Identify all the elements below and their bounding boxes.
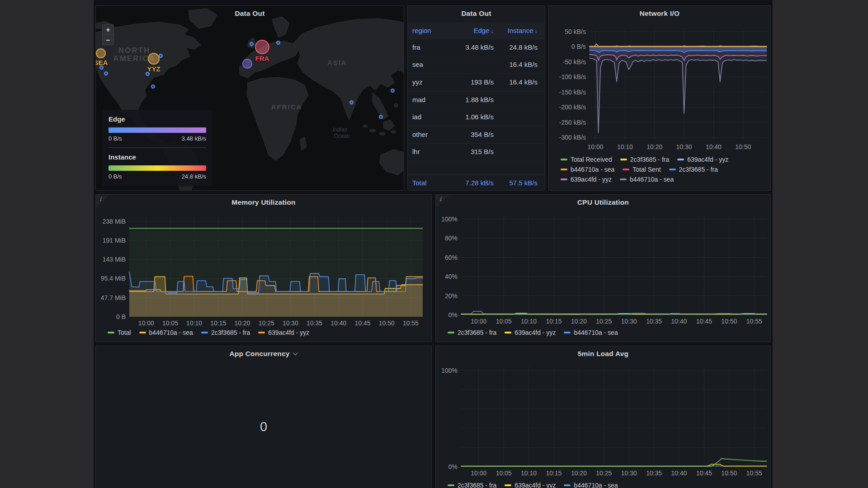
edge-marker[interactable] bbox=[250, 42, 254, 46]
legend-item[interactable]: b446710a - sea bbox=[139, 329, 193, 336]
map-zoom-out-button[interactable]: − bbox=[103, 34, 113, 45]
panel-title-data-out-map[interactable]: Data Out bbox=[96, 6, 404, 21]
legend-item[interactable]: 639ac4fd - yyz bbox=[258, 329, 309, 336]
y-axis-tick: 191 MiB bbox=[103, 237, 126, 244]
marker-label-FRA: FRA bbox=[255, 55, 269, 62]
edge-marker[interactable] bbox=[104, 71, 108, 75]
legend-swatch bbox=[139, 332, 146, 333]
y-axis-tick: 80% bbox=[445, 235, 458, 242]
legend-swatch bbox=[564, 332, 571, 333]
legend-swatch bbox=[505, 332, 511, 333]
x-axis-tick: 10:20 bbox=[235, 319, 250, 327]
edge-marker[interactable] bbox=[151, 84, 155, 89]
x-axis-tick: 10:20 bbox=[571, 318, 587, 325]
table-header-row: regionEdge↓Instance↓ bbox=[408, 22, 545, 39]
panel-title-app-concurrency[interactable]: App Concurrency bbox=[96, 346, 431, 361]
legend-label: 639ac4fd - yyz bbox=[687, 156, 728, 163]
x-axis-tick: 10:05 bbox=[496, 469, 512, 477]
legend-item[interactable]: 2c3f3685 - fra bbox=[448, 482, 496, 488]
x-axis-tick: 10:35 bbox=[646, 318, 662, 325]
map-label-north-america-1: NORTH bbox=[118, 46, 150, 55]
y-axis-tick: 0 B/s bbox=[571, 43, 586, 50]
panel-title-cpu[interactable]: CPU Utilization bbox=[436, 195, 770, 210]
map-label-asia: ASIA bbox=[327, 59, 347, 66]
load-avg-legend: 2c3f3685 - fra639ac4fd - yyzb446710a - s… bbox=[448, 482, 618, 488]
panel-title-text: Data Out bbox=[461, 9, 491, 18]
edge-marker[interactable] bbox=[99, 66, 104, 70]
panel-title-data-out-table[interactable]: Data Out bbox=[408, 6, 545, 21]
column-header-edge[interactable]: Edge↓ bbox=[451, 27, 497, 34]
map-zoom-in-button[interactable]: + bbox=[103, 24, 113, 34]
memory-legend: Totalb446710a - sea2c3f3685 - fra639ac4f… bbox=[108, 329, 309, 336]
legend-item[interactable]: b446710a - sea bbox=[620, 176, 674, 183]
legend-item[interactable]: b446710a - sea bbox=[561, 166, 614, 173]
table-cell: mad bbox=[408, 96, 451, 103]
x-axis-tick: 10:40 bbox=[330, 319, 346, 327]
edge-marker[interactable] bbox=[391, 89, 395, 93]
panel-load-avg: 5min Load Avg 100%0%10:0010:0510:1010:15… bbox=[435, 346, 771, 488]
table-cell: 1.88 kB/s bbox=[451, 96, 497, 103]
legend-item[interactable]: 2c3f3685 - fra bbox=[669, 166, 718, 173]
legend-row: 2c3f3685 - fra639ac4fd - yyzb446710a - s… bbox=[448, 482, 618, 488]
x-axis-tick: 10:25 bbox=[596, 318, 612, 325]
legend-swatch bbox=[258, 332, 265, 333]
column-header-region[interactable]: region bbox=[408, 27, 451, 34]
instance-marker-MAD[interactable] bbox=[242, 59, 252, 69]
y-axis-tick: 50 kB/s bbox=[565, 28, 586, 35]
legend-item[interactable]: Total bbox=[108, 329, 131, 336]
legend-item[interactable]: 639ac4fd - yyz bbox=[677, 156, 728, 163]
y-axis-tick: 0% bbox=[448, 463, 458, 470]
cpu-legend: 2c3f3685 - fra639ac4fd - yyzb446710a - s… bbox=[448, 329, 618, 336]
edge-marker[interactable] bbox=[146, 72, 150, 76]
y-axis-tick: -100 kB/s bbox=[559, 73, 586, 80]
legend-swatch bbox=[564, 484, 571, 486]
memory-chart[interactable]: 238 MiB191 MiB143 MiB95.4 MiB47.7 MiB0 B… bbox=[96, 195, 432, 342]
x-axis-tick: 10:25 bbox=[596, 469, 612, 477]
panel-title-text: Data Out bbox=[235, 9, 264, 18]
table-cell: sea bbox=[408, 61, 451, 68]
panel-title-load-avg[interactable]: 5min Load Avg bbox=[436, 346, 770, 361]
panel-title-text: Memory Utilization bbox=[231, 198, 295, 206]
legend-item[interactable]: 2c3f3685 - fra bbox=[448, 329, 496, 336]
table-cell: 16.4 kB/s bbox=[497, 78, 542, 86]
legend-item[interactable]: 639ac4fd - yyz bbox=[561, 176, 612, 183]
edge-marker[interactable] bbox=[276, 41, 280, 45]
legend-label: 2c3f3685 - fra bbox=[630, 156, 669, 163]
legend-item[interactable]: Total Received bbox=[561, 156, 612, 163]
x-axis-tick: 10:00 bbox=[588, 143, 604, 150]
edge-marker[interactable] bbox=[379, 115, 383, 119]
legend-item[interactable]: b446710a - sea bbox=[564, 329, 618, 336]
x-axis-tick: 10:10 bbox=[617, 143, 633, 150]
panel-title-network-io[interactable]: Network I/O bbox=[549, 6, 770, 21]
legend-label: 639ac4fd - yyz bbox=[268, 329, 309, 336]
x-axis-tick: 10:45 bbox=[696, 318, 712, 325]
instance-marker-FRA[interactable] bbox=[255, 40, 269, 54]
table-row: other354 B/s bbox=[408, 126, 545, 144]
legend-item[interactable]: 639ac4fd - yyz bbox=[505, 329, 556, 336]
legend-item[interactable]: 2c3f3685 - fra bbox=[620, 156, 669, 163]
table-cell: 354 B/s bbox=[451, 131, 497, 138]
instance-marker-SEA[interactable] bbox=[96, 48, 106, 58]
cpu-chart[interactable]: 100%80%60%40%20%0%10:0010:0510:1010:1510… bbox=[436, 195, 771, 342]
column-header-instance[interactable]: Instance↓ bbox=[497, 27, 542, 34]
legend-item[interactable]: Total Sent bbox=[623, 166, 660, 173]
legend-swatch bbox=[561, 169, 567, 170]
legend-label: b446710a - sea bbox=[574, 329, 618, 336]
edge-marker[interactable] bbox=[349, 100, 354, 104]
load-avg-chart[interactable]: 100%0%10:0010:0510:1010:1510:2010:2510:3… bbox=[436, 346, 771, 488]
dashboard: NORTH AMERICA ASIA AFRICA Indian Ocean S… bbox=[94, 0, 773, 488]
x-axis-tick: 10:20 bbox=[646, 143, 662, 150]
table-row: fra3.48 kB/s24.8 kB/s bbox=[408, 38, 545, 56]
x-axis-tick: 10:15 bbox=[546, 469, 561, 477]
panel-title-memory[interactable]: Memory Utilization bbox=[96, 195, 431, 210]
legend-item[interactable]: b446710a - sea bbox=[564, 482, 618, 488]
edge-marker[interactable] bbox=[159, 54, 163, 58]
legend-swatch bbox=[561, 178, 567, 180]
instance-marker-YYZ[interactable] bbox=[148, 53, 160, 65]
legend-item[interactable]: 2c3f3685 - fra bbox=[201, 329, 250, 336]
legend-item[interactable]: 639ac4fd - yyz bbox=[505, 482, 556, 488]
panel-data-out-table: Data Out regionEdge↓Instance↓fra3.48 kB/… bbox=[407, 5, 545, 191]
legend-row: Total Received2c3f3685 - fra639ac4fd - y… bbox=[561, 156, 728, 163]
legend-label: Total Received bbox=[571, 156, 612, 163]
table-cell: 315 B/s bbox=[451, 148, 497, 155]
